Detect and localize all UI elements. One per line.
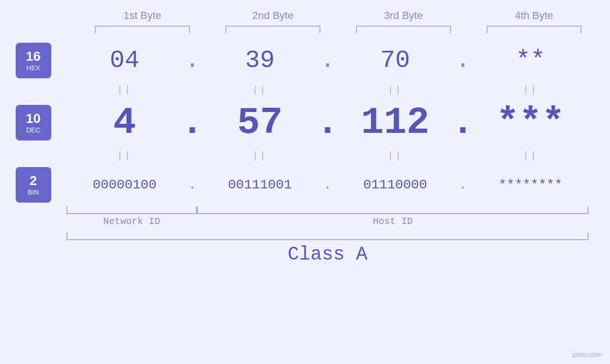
watermark: ipshu.com: [572, 351, 602, 358]
byte-headers: 1st Byte 2nd Byte 3rd Byte 4th Byte: [77, 9, 600, 22]
dec-val-4: ***: [472, 101, 589, 144]
hex-base-number: 16: [26, 50, 40, 63]
eq-1-3: ||: [337, 84, 453, 95]
bin-dot-3: .: [453, 177, 472, 192]
dec-dot-1: .: [183, 101, 202, 144]
class-bracket: [66, 233, 589, 240]
hex-val-1: 04: [66, 47, 183, 75]
eq-row-2: || || || ||: [0, 144, 610, 167]
eq-row-1: || || || ||: [0, 78, 610, 101]
bin-values: 00000100 . 00111001 . 01110000 . *******…: [66, 177, 589, 192]
hex-dot-2: .: [318, 47, 337, 75]
byte2-label: 2nd Byte: [221, 9, 325, 22]
hex-badge-container: 16 HEX: [0, 43, 66, 78]
dec-base-label: DEC: [26, 126, 40, 134]
eq-1-4: ||: [472, 84, 589, 95]
eq-1-1: ||: [66, 84, 183, 95]
dec-badge-container: 10 DEC: [0, 105, 66, 140]
host-bracket: [197, 206, 589, 214]
bin-dot-2: .: [318, 177, 337, 192]
bin-badge-container: 2 BIN: [0, 167, 66, 203]
bracket-byte1: [95, 26, 190, 33]
network-id-label: Network ID: [66, 216, 197, 227]
hex-values: 04 . 39 . 70 . **: [66, 47, 589, 75]
dec-dot-2: .: [318, 101, 337, 144]
bin-val-1: 00000100: [66, 177, 183, 192]
hex-row: 16 HEX 04 . 39 . 70 . **: [0, 43, 610, 78]
bin-val-3: 01110000: [337, 177, 453, 192]
main-container: 1st Byte 2nd Byte 3rd Byte 4th Byte 16 H…: [0, 0, 610, 364]
dec-row: 10 DEC 4 . 57 . 112 . ***: [0, 101, 610, 144]
bin-badge: 2 BIN: [16, 167, 51, 203]
eq-2-3: ||: [337, 150, 453, 161]
bin-val-4: ********: [472, 177, 589, 192]
dec-val-3: 112: [337, 101, 453, 144]
bin-row: 2 BIN 00000100 . 00111001 . 01110000 .: [0, 167, 610, 203]
dec-badge: 10 DEC: [16, 105, 51, 140]
network-host-labels: Network ID Host ID: [66, 214, 589, 227]
eq-1-2: ||: [202, 84, 318, 95]
network-host-brackets: [66, 206, 589, 214]
dec-val-1: 4: [66, 101, 183, 144]
byte1-label: 1st Byte: [90, 9, 195, 22]
bracket-byte3: [356, 26, 451, 33]
bin-dot-1: .: [183, 177, 202, 192]
eq-2-1: ||: [66, 150, 183, 161]
byte3-label: 3rd Byte: [351, 9, 456, 22]
bin-base-number: 2: [29, 174, 37, 187]
class-section: Class A: [0, 233, 610, 265]
bracket-byte2: [225, 26, 320, 33]
hex-badge: 16 HEX: [16, 43, 51, 78]
host-id-label: Host ID: [197, 216, 589, 227]
dec-values: 4 . 57 . 112 . ***: [66, 101, 589, 144]
dec-base-number: 10: [26, 112, 40, 125]
hex-dot-3: .: [453, 47, 472, 75]
bin-val-2: 00111001: [202, 177, 318, 192]
bin-base-label: BIN: [28, 188, 38, 196]
network-bracket: [66, 206, 197, 214]
hex-dot-1: .: [183, 47, 202, 75]
dec-val-2: 57: [202, 101, 318, 144]
eq-2-2: ||: [202, 150, 318, 161]
bracket-byte4: [487, 26, 582, 33]
top-brackets: [77, 26, 600, 33]
hex-val-2: 39: [202, 47, 318, 75]
hex-val-4: **: [472, 47, 589, 75]
dec-dot-3: .: [453, 101, 472, 144]
byte4-label: 4th Byte: [482, 9, 586, 22]
hex-base-label: HEX: [27, 64, 40, 72]
bottom-bracket-section: Network ID Host ID: [0, 206, 610, 227]
eq-2-4: ||: [472, 150, 589, 161]
hex-val-3: 70: [337, 47, 453, 75]
class-label: Class A: [66, 244, 589, 265]
